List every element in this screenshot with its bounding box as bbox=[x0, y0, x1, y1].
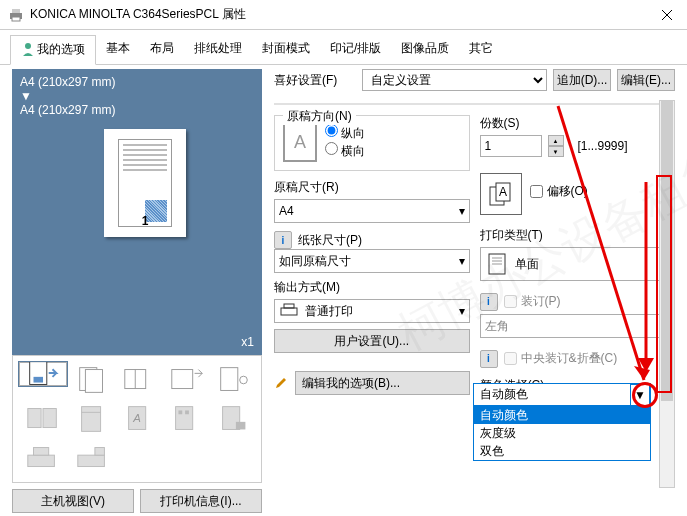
chevron-down-icon: ▾ bbox=[459, 204, 465, 218]
copies-spinner[interactable]: ▲▼ bbox=[548, 135, 564, 157]
vertical-scrollbar[interactable] bbox=[659, 100, 675, 488]
svg-rect-13 bbox=[220, 367, 237, 390]
printer-small-icon bbox=[279, 303, 299, 319]
main-view-button[interactable]: 主机视图(V) bbox=[12, 489, 134, 513]
svg-rect-25 bbox=[235, 422, 245, 430]
offset-checkbox[interactable]: 偏移(O) bbox=[530, 183, 588, 200]
tab-layout[interactable]: 布局 bbox=[140, 35, 184, 65]
chevron-down-icon[interactable]: ▼ bbox=[630, 384, 650, 406]
color-select-value[interactable]: 自动颜色 bbox=[474, 384, 650, 406]
thumb-item[interactable] bbox=[165, 401, 208, 436]
svg-rect-17 bbox=[81, 407, 100, 432]
info-icon[interactable]: i bbox=[480, 293, 498, 311]
thumb-item[interactable]: A bbox=[118, 401, 161, 436]
thumb-item[interactable] bbox=[212, 362, 255, 397]
window-title: KONICA MINOLTA C364SeriesPCL 属性 bbox=[30, 6, 647, 23]
thumb-item[interactable] bbox=[71, 362, 114, 397]
output-method-select[interactable]: 普通打印▾ bbox=[274, 299, 470, 323]
favorites-label: 喜好设置(F) bbox=[274, 72, 356, 89]
tab-my-options[interactable]: 我的选项 bbox=[10, 35, 96, 65]
thumb-item[interactable] bbox=[19, 441, 67, 476]
titlebar: KONICA MINOLTA C364SeriesPCL 属性 bbox=[0, 0, 687, 30]
paper-size-label: 纸张尺寸(P) bbox=[298, 232, 362, 249]
preview-size-label: A4 (210x297 mm) ▼ A4 (210x297 mm) bbox=[20, 75, 254, 117]
copies-input[interactable] bbox=[480, 135, 542, 157]
color-option-dual[interactable]: 双色 bbox=[474, 442, 650, 460]
favorites-add-button[interactable]: 追加(D)... bbox=[553, 69, 611, 91]
svg-rect-27 bbox=[34, 448, 49, 456]
paper-size-select[interactable]: 如同原稿尺寸▾ bbox=[274, 249, 470, 273]
edit-my-options-button[interactable]: 编辑我的选项(B)... bbox=[295, 371, 470, 395]
user-settings-button[interactable]: 用户设置(U)... bbox=[274, 329, 470, 353]
binding-checkbox: 装订(P) bbox=[504, 293, 561, 310]
fold-checkbox: 中央装订&折叠(C) bbox=[504, 350, 618, 367]
color-option-auto[interactable]: 自动颜色 bbox=[474, 406, 650, 424]
svg-rect-1 bbox=[12, 9, 20, 13]
svg-rect-21 bbox=[175, 407, 192, 430]
tab-basic[interactable]: 基本 bbox=[96, 35, 140, 65]
orientation-label: 原稿方向(N) bbox=[283, 108, 356, 125]
svg-rect-12 bbox=[171, 369, 192, 388]
page-number: 1 bbox=[142, 214, 149, 228]
copies-range: [1...9999] bbox=[578, 139, 628, 153]
chevron-down-icon: ▾ bbox=[459, 304, 465, 318]
color-select-dropdown[interactable]: 自动颜色 ▼ 自动颜色 灰度级 双色 bbox=[473, 383, 651, 461]
thumb-item[interactable] bbox=[19, 401, 67, 436]
tab-quality[interactable]: 图像品质 bbox=[391, 35, 459, 65]
pencil-icon bbox=[274, 376, 288, 390]
svg-rect-29 bbox=[94, 448, 104, 456]
svg-rect-22 bbox=[178, 410, 182, 414]
landscape-radio[interactable]: 横向 bbox=[325, 142, 365, 160]
portrait-radio[interactable]: 纵向 bbox=[325, 124, 365, 142]
thumb-item[interactable] bbox=[118, 362, 161, 397]
print-type-label: 打印类型(T) bbox=[480, 227, 676, 244]
tab-other[interactable]: 其它 bbox=[459, 35, 503, 65]
svg-rect-15 bbox=[28, 409, 41, 428]
svg-rect-26 bbox=[28, 455, 55, 466]
thumb-item[interactable] bbox=[165, 362, 208, 397]
svg-text:A: A bbox=[132, 412, 141, 424]
thumb-item[interactable] bbox=[19, 362, 67, 386]
svg-rect-9 bbox=[85, 369, 102, 392]
binding-select: 左角▾ bbox=[480, 314, 676, 338]
info-icon[interactable]: i bbox=[274, 231, 292, 249]
svg-rect-30 bbox=[281, 308, 297, 315]
thumb-item[interactable] bbox=[71, 441, 114, 476]
chevron-down-icon: ▾ bbox=[459, 254, 465, 268]
page-thumbnail: 1 bbox=[104, 129, 186, 237]
printer-icon bbox=[8, 7, 24, 23]
svg-rect-28 bbox=[77, 455, 104, 466]
output-method-label: 输出方式(M) bbox=[274, 279, 470, 296]
original-size-select[interactable]: A4▾ bbox=[274, 199, 470, 223]
printer-info-button[interactable]: 打印机信息(I)... bbox=[140, 489, 262, 513]
page-icon bbox=[485, 252, 509, 276]
svg-text:A: A bbox=[498, 185, 506, 199]
svg-rect-31 bbox=[284, 304, 294, 308]
collate-icon: A bbox=[480, 173, 522, 215]
tab-paper[interactable]: 排纸处理 bbox=[184, 35, 252, 65]
orientation-group: 原稿方向(N) A 纵向 横向 bbox=[274, 115, 470, 171]
svg-rect-16 bbox=[43, 409, 56, 428]
favorites-edit-button[interactable]: 编辑(E)... bbox=[617, 69, 675, 91]
print-type-select[interactable]: 单面▾ bbox=[480, 247, 676, 281]
svg-point-5 bbox=[25, 43, 31, 49]
tab-stamp[interactable]: 印记/排版 bbox=[320, 35, 391, 65]
svg-point-14 bbox=[239, 376, 247, 384]
close-button[interactable] bbox=[647, 0, 687, 30]
person-icon bbox=[21, 42, 35, 56]
thumb-item[interactable] bbox=[71, 401, 114, 436]
original-size-label: 原稿尺寸(R) bbox=[274, 179, 470, 196]
thumb-item[interactable] bbox=[212, 401, 255, 436]
color-option-gray[interactable]: 灰度级 bbox=[474, 424, 650, 442]
copies-label: 份数(S) bbox=[480, 115, 676, 132]
zoom-label: x1 bbox=[241, 335, 254, 349]
svg-rect-23 bbox=[185, 410, 189, 414]
tab-cover[interactable]: 封面模式 bbox=[252, 35, 320, 65]
orient-preview-icon: A bbox=[283, 122, 317, 162]
tab-bar: 我的选项 基本 布局 排纸处理 封面模式 印记/排版 图像品质 其它 bbox=[0, 30, 687, 65]
svg-rect-2 bbox=[12, 17, 20, 21]
info-icon[interactable]: i bbox=[480, 350, 498, 368]
svg-rect-7 bbox=[34, 377, 44, 383]
page-preview-panel: A4 (210x297 mm) ▼ A4 (210x297 mm) 1 x1 bbox=[12, 69, 262, 355]
favorites-select[interactable]: 自定义设置 bbox=[362, 69, 547, 91]
